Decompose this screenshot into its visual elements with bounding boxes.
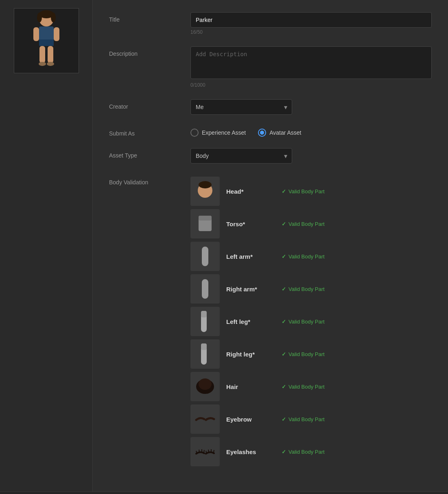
eyebrow-status: ✓ Valid Body Part [282,416,325,422]
svg-rect-17 [202,279,208,299]
svg-line-27 [204,450,204,452]
left-arm-thumb [190,242,220,271]
body-validation-row: Body Validation Head* ✓ Valid Body Part [109,175,432,468]
list-item: Left leg* ✓ Valid Body Part [190,305,432,338]
left-leg-thumb [190,307,220,336]
check-icon: ✓ [282,416,286,422]
svg-point-23 [199,378,212,390]
left-leg-status-text: Valid Body Part [288,319,325,325]
eyelashes-status-text: Valid Body Part [288,449,325,455]
svg-rect-15 [199,216,212,221]
list-item: Hair ✓ Valid Body Part [190,370,432,403]
experience-asset-option[interactable]: Experience Asset [190,129,246,137]
right-arm-thumb [190,274,220,304]
body-validation-label: Body Validation [109,175,190,186]
svg-point-3 [51,13,56,22]
torso-status: ✓ Valid Body Part [282,221,325,227]
title-char-count: 16/50 [190,29,432,35]
svg-line-29 [208,450,209,452]
description-textarea[interactable] [190,46,432,79]
footer: Cancel Submit [0,492,448,494]
check-icon: ✓ [282,221,286,227]
title-field: 16/50 [190,12,432,35]
right-leg-name: Right leg* [226,351,275,358]
list-item: Head* ✓ Valid Body Part [190,175,432,208]
list-item: Left arm* ✓ Valid Body Part [190,240,432,273]
right-arm-status: ✓ Valid Body Part [282,286,325,292]
sidebar [0,0,93,492]
content-area: Title 16/50 Description 0/1000 Creator M… [93,0,448,492]
eyelashes-thumb [190,437,220,466]
asset-type-select[interactable]: Body Head Torso [190,148,292,164]
torso-thumb [190,209,220,238]
submit-as-label: Submit As [109,126,190,137]
check-icon: ✓ [282,254,286,260]
experience-asset-label: Experience Asset [202,129,246,136]
check-icon: ✓ [282,449,286,455]
avatar-asset-option[interactable]: Avatar Asset [258,129,301,137]
list-item: Right leg* ✓ Valid Body Part [190,338,432,370]
svg-rect-19 [201,311,207,317]
creator-select-wrapper: Me Group ▾ [190,99,292,115]
svg-rect-21 [201,343,207,350]
avatar-preview [14,8,79,73]
creator-row: Creator Me Group ▾ [109,99,432,115]
experience-asset-radio[interactable] [190,129,199,137]
left-arm-status: ✓ Valid Body Part [282,254,325,260]
description-label: Description [109,46,190,57]
eyelashes-name: Eyelashes [226,448,275,455]
left-leg-name: Left leg* [226,318,275,325]
list-item: Right arm* ✓ Valid Body Part [190,273,432,305]
body-validation-field: Head* ✓ Valid Body Part Torso* [190,175,432,468]
head-status: ✓ Valid Body Part [282,188,325,195]
submit-as-row: Submit As Experience Asset Avatar Asset [109,126,432,137]
svg-rect-6 [33,27,39,41]
svg-rect-8 [39,46,45,63]
svg-point-11 [47,62,54,66]
list-item: Eyelashes ✓ Valid Body Part [190,435,432,468]
eyebrow-thumb [190,404,220,434]
svg-point-13 [199,181,212,188]
asset-type-label: Asset Type [109,148,190,159]
eyebrow-name: Eyebrow [226,416,275,423]
head-thumb [190,177,220,206]
right-leg-status: ✓ Valid Body Part [282,351,325,357]
list-item: Torso* ✓ Valid Body Part [190,208,432,240]
right-leg-status-text: Valid Body Part [288,351,325,357]
creator-field: Me Group ▾ [190,99,432,115]
left-arm-name: Left arm* [226,253,275,260]
svg-point-10 [39,62,46,66]
avatar-asset-radio[interactable] [258,129,266,137]
right-arm-name: Right arm* [226,286,275,293]
check-icon: ✓ [282,188,286,195]
check-icon: ✓ [282,384,286,390]
creator-label: Creator [109,99,190,110]
head-status-text: Valid Body Part [288,188,325,195]
svg-rect-7 [54,27,59,41]
check-icon: ✓ [282,351,286,357]
asset-type-select-wrapper: Body Head Torso ▾ [190,148,292,164]
svg-rect-5 [39,39,54,46]
torso-name: Torso* [226,221,275,227]
left-leg-status: ✓ Valid Body Part [282,319,325,325]
eyebrow-status-text: Valid Body Part [288,416,325,422]
right-arm-status-text: Valid Body Part [288,286,325,292]
title-input[interactable] [190,12,432,28]
asset-type-field: Body Head Torso ▾ [190,148,432,164]
avatar-figure [26,10,67,71]
list-item: Eyebrow ✓ Valid Body Part [190,403,432,435]
torso-status-text: Valid Body Part [288,221,325,227]
right-leg-thumb [190,339,220,369]
svg-line-31 [214,450,214,452]
check-icon: ✓ [282,286,286,292]
creator-select[interactable]: Me Group [190,99,292,115]
asset-type-row: Asset Type Body Head Torso ▾ [109,148,432,164]
eyelashes-status: ✓ Valid Body Part [282,449,325,455]
svg-rect-16 [202,247,208,266]
title-row: Title 16/50 [109,12,432,35]
svg-rect-9 [48,46,53,63]
check-icon: ✓ [282,319,286,325]
svg-point-2 [37,13,42,22]
left-arm-status-text: Valid Body Part [288,254,325,260]
head-name: Head* [226,188,275,195]
